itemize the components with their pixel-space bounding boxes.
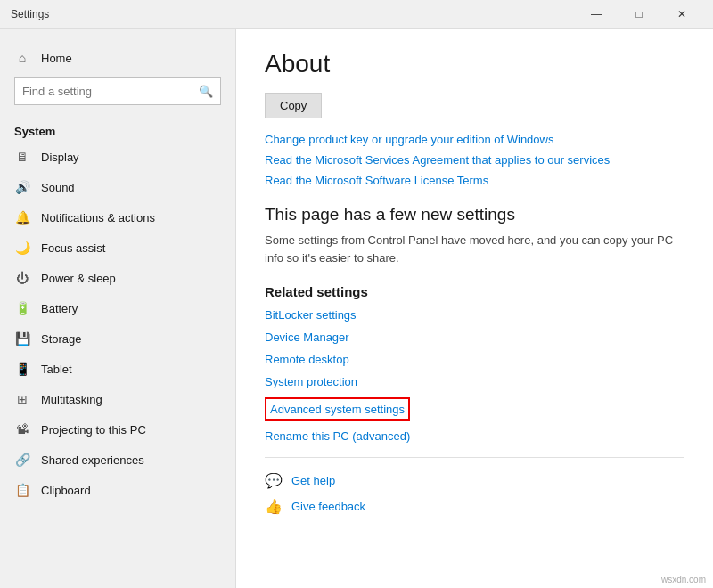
home-icon: ⌂ [14, 50, 30, 66]
links-section: Change product key or upgrade your editi… [265, 133, 684, 187]
new-settings-heading: This page has a few new settings [265, 205, 684, 225]
link-advanced-system-settings[interactable]: Advanced system settings [270, 403, 405, 416]
new-settings-desc: Some settings from Control Panel have mo… [265, 232, 684, 266]
link-device-manager[interactable]: Device Manager [265, 331, 684, 344]
sidebar-item-focus[interactable]: 🌙Focus assist [0, 233, 235, 263]
main-content: About Copy Change product key or upgrade… [236, 29, 713, 588]
sidebar-item-shared[interactable]: 🔗Shared experiences [0, 445, 235, 475]
sidebar-item-projecting[interactable]: 📽Projecting to this PC [0, 414, 235, 445]
divider [265, 457, 684, 458]
sidebar-label-tablet: Tablet [41, 363, 72, 376]
close-button[interactable]: ✕ [661, 0, 702, 29]
app-body: ⌂ Home 🔍 System 🖥Display🔊Sound🔔Notificat… [0, 29, 713, 588]
get-help-link[interactable]: Get help [291, 474, 335, 487]
sidebar-item-notifications[interactable]: 🔔Notifications & actions [0, 202, 235, 233]
help-icon: 💬 [265, 472, 283, 489]
give-feedback-item[interactable]: 👍 Give feedback [265, 498, 684, 515]
multitasking-icon: ⊞ [14, 391, 30, 407]
sidebar-item-clipboard[interactable]: 📋Clipboard [0, 475, 235, 505]
sidebar-label-multitasking: Multitasking [41, 393, 102, 406]
sound-icon: 🔊 [14, 179, 30, 195]
sidebar-item-display[interactable]: 🖥Display [0, 142, 235, 172]
link-product-key[interactable]: Change product key or upgrade your editi… [265, 133, 684, 146]
sidebar-label-display: Display [41, 151, 79, 164]
title-bar-title: Settings [11, 8, 576, 20]
sidebar-item-sound[interactable]: 🔊Sound [0, 172, 235, 202]
notifications-icon: 🔔 [14, 209, 30, 225]
watermark: wsxdn.com [661, 575, 706, 584]
sidebar-label-power: Power & sleep [41, 272, 116, 285]
sidebar-label-projecting: Projecting to this PC [41, 423, 146, 437]
search-box: 🔍 [14, 77, 221, 105]
minimize-button[interactable]: — [576, 0, 617, 29]
sidebar-item-multitasking[interactable]: ⊞Multitasking [0, 384, 235, 414]
search-input[interactable] [22, 85, 199, 98]
advanced-link-wrapper: Advanced system settings [265, 397, 410, 421]
sidebar-label-focus: Focus assist [41, 241, 105, 255]
sidebar-header: ⌂ Home 🔍 [0, 29, 235, 119]
link-bitlocker[interactable]: BitLocker settings [265, 308, 684, 322]
link-system-protection[interactable]: System protection [265, 375, 684, 388]
sidebar-label-shared: Shared experiences [41, 453, 144, 467]
sidebar-label-clipboard: Clipboard [41, 484, 91, 497]
sidebar-item-storage[interactable]: 💾Storage [0, 323, 235, 354]
related-links-section: BitLocker settings Device Manager Remote… [265, 308, 684, 388]
clipboard-icon: 📋 [14, 482, 30, 498]
section-label-system: System [0, 119, 235, 142]
page-title: About [265, 50, 684, 78]
display-icon: 🖥 [14, 149, 30, 165]
title-bar: Settings — □ ✕ [0, 0, 713, 29]
give-feedback-link[interactable]: Give feedback [291, 500, 365, 513]
tablet-icon: 📱 [14, 361, 30, 377]
sidebar-label-sound: Sound [41, 181, 75, 194]
feedback-icon: 👍 [265, 498, 283, 515]
sidebar: ⌂ Home 🔍 System 🖥Display🔊Sound🔔Notificat… [0, 29, 236, 588]
title-bar-controls: — □ ✕ [576, 0, 702, 29]
storage-icon: 💾 [14, 331, 30, 347]
link-services-agreement[interactable]: Read the Microsoft Services Agreement th… [265, 153, 684, 167]
projecting-icon: 📽 [14, 421, 30, 437]
sidebar-label-battery: Battery [41, 302, 78, 315]
link-remote-desktop[interactable]: Remote desktop [265, 353, 684, 366]
sidebar-item-power[interactable]: ⏻Power & sleep [0, 263, 235, 293]
shared-icon: 🔗 [14, 452, 30, 468]
focus-icon: 🌙 [14, 240, 30, 256]
link-license-terms[interactable]: Read the Microsoft Software License Term… [265, 174, 684, 187]
related-settings-heading: Related settings [265, 284, 684, 299]
link-rename-pc[interactable]: Rename this PC (advanced) [265, 429, 684, 443]
battery-icon: 🔋 [14, 300, 30, 316]
sidebar-item-tablet[interactable]: 📱Tablet [0, 354, 235, 384]
sidebar-item-home[interactable]: ⌂ Home [14, 43, 221, 73]
power-icon: ⏻ [14, 270, 30, 286]
copy-button[interactable]: Copy [265, 93, 322, 118]
sidebar-home-label: Home [41, 52, 72, 65]
nav-items-list: 🖥Display🔊Sound🔔Notifications & actions🌙F… [0, 142, 235, 505]
get-help-item[interactable]: 💬 Get help [265, 472, 684, 489]
maximize-button[interactable]: □ [619, 0, 660, 29]
search-icon: 🔍 [199, 85, 213, 98]
sidebar-label-notifications: Notifications & actions [41, 211, 155, 225]
sidebar-label-storage: Storage [41, 332, 82, 346]
sidebar-item-battery[interactable]: 🔋Battery [0, 293, 235, 323]
